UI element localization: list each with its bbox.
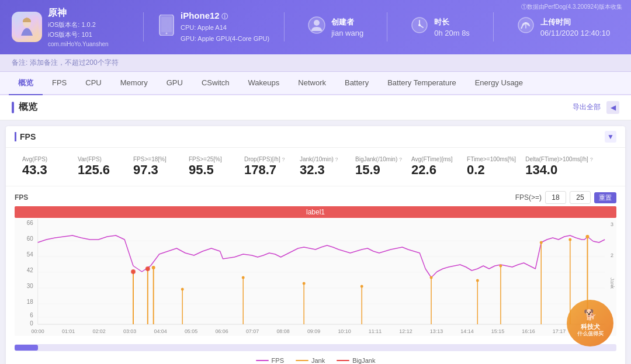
stat-fps-ge25: FPS>=25[%] 95.5	[184, 154, 240, 180]
scrollbar-thumb[interactable]	[15, 345, 38, 351]
svg-point-6	[314, 20, 320, 26]
stat-delta-ftime-value: 134.0	[525, 162, 557, 178]
tab-battery-temp[interactable]: Battery Temperature	[378, 72, 466, 94]
fps-title-bar	[15, 132, 16, 141]
svg-text:Jank: Jank	[609, 278, 615, 289]
duration-label: 时长	[434, 17, 470, 27]
svg-text:07:07: 07:07	[246, 328, 259, 334]
chart-label-bar: label1	[15, 206, 616, 218]
tab-energy[interactable]: Energy Usage	[466, 72, 532, 94]
upload-stat: 上传时间 06/11/2020 12:40:10	[508, 16, 619, 37]
fps-input-1[interactable]	[545, 191, 566, 204]
stat-fps-ge18: FPS>=18[%] 97.3	[129, 154, 184, 180]
tab-fps[interactable]: FPS	[43, 72, 76, 94]
svg-point-44	[303, 282, 306, 285]
header: ①数据由PerfDog(4.3.200924)版本收集	[0, 0, 631, 54]
stat-fps-ge25-value: 95.5	[189, 162, 214, 178]
svg-text:42: 42	[27, 267, 33, 273]
svg-text:2: 2	[611, 252, 613, 258]
device-gpu: GPU: Apple GPU(4-Core GPU)	[181, 34, 269, 44]
svg-text:09:09: 09:09	[307, 328, 320, 334]
svg-point-54	[540, 241, 543, 244]
app-text: 原神 iOS版本名: 1.0.2 iOS版本号: 101 com.miHoYo.…	[48, 7, 109, 47]
divider-2	[284, 12, 285, 41]
overview-collapse-button[interactable]: ◀	[606, 101, 619, 114]
creator-icon	[308, 16, 325, 37]
tabs-bar: 概览 FPS CPU Memory GPU CSwitch Wakeups Ne…	[0, 72, 631, 95]
creator-stat: 创建者 jian wang	[299, 16, 372, 37]
top-note: ①数据由PerfDog(4.3.200924)版本收集	[521, 3, 622, 11]
tab-cpu[interactable]: CPU	[76, 72, 110, 94]
device-name: iPhone12 ⓘ	[181, 11, 269, 21]
fps-stats-row: Avg(FPS) 43.3 Var(FPS) 125.6 FPS>=18[%] …	[6, 148, 625, 186]
svg-text:03:03: 03:03	[123, 328, 136, 334]
export-button[interactable]: 导出全部	[573, 102, 601, 112]
fps-ge-label: FPS(>=)	[515, 193, 542, 202]
phone-icon	[158, 15, 175, 40]
tab-gpu[interactable]: GPU	[157, 72, 192, 94]
svg-text:11:11: 11:11	[369, 328, 382, 334]
overview-title: 概览	[12, 101, 37, 113]
annotation-bar[interactable]: 备注: 添加备注，不超过200个字符	[0, 54, 631, 72]
stat-drop-fps-label: Drop(FPS)[/h] ?	[244, 156, 285, 162]
svg-text:13:13: 13:13	[430, 328, 443, 334]
svg-text:66: 66	[27, 220, 33, 226]
svg-point-48	[430, 276, 433, 279]
fps-collapse-button[interactable]: ▼	[605, 131, 616, 143]
upload-value: 06/11/2020 12:40:10	[540, 29, 610, 37]
upload-label: 上传时间	[540, 17, 610, 27]
overview-section-header: 概览 导出全部 ◀	[0, 95, 631, 120]
stat-avg-ftime: Avg(FTime)[ms] 22.6	[407, 154, 462, 180]
svg-rect-16	[15, 219, 616, 336]
svg-text:08:08: 08:08	[276, 328, 289, 334]
duration-icon	[411, 16, 428, 37]
tab-cswitch[interactable]: CSwitch	[192, 72, 239, 94]
stat-ftime-100-value: 0.2	[467, 162, 485, 178]
stat-bigjank-label: BigJank(/10min) ?	[355, 156, 402, 162]
upload-text: 上传时间 06/11/2020 12:40:10	[540, 17, 610, 37]
stat-bigjank-value: 15.9	[355, 162, 380, 178]
device-text: iPhone12 ⓘ CPU: Apple A14 GPU: Apple GPU…	[181, 11, 269, 44]
svg-text:18: 18	[587, 328, 592, 334]
stat-avg-fps-label: Avg(FPS)	[22, 156, 47, 162]
chart-scrollbar[interactable]	[15, 344, 616, 351]
tab-memory[interactable]: Memory	[111, 72, 157, 94]
chart-toolbar: FPS FPS(>=) 重置	[15, 191, 616, 204]
app-version-code: iOS版本号: 101	[48, 30, 109, 39]
svg-point-50	[476, 279, 479, 282]
tab-battery[interactable]: Battery	[335, 72, 378, 94]
tab-network[interactable]: Network	[289, 72, 335, 94]
creator-value: jian wang	[331, 29, 363, 37]
upload-icon	[517, 16, 535, 37]
svg-text:6: 6	[30, 312, 33, 318]
legend-bigjank-label: BigJank	[352, 357, 375, 364]
stat-ftime-100: FTime>=100ms[%] 0.2	[462, 154, 521, 180]
svg-text:01:01: 01:01	[62, 328, 75, 334]
reset-button[interactable]: 重置	[594, 192, 616, 203]
duration-text: 时长 0h 20m 8s	[434, 17, 470, 37]
fps-chart-label: FPS	[15, 193, 28, 202]
svg-point-10	[418, 24, 421, 26]
fps-input-2[interactable]	[570, 191, 591, 204]
svg-text:02:02: 02:02	[92, 328, 105, 334]
svg-point-4	[166, 32, 168, 34]
app-icon	[12, 12, 42, 42]
svg-text:00:00: 00:00	[31, 328, 44, 334]
stat-avg-ftime-value: 22.6	[411, 162, 436, 178]
svg-point-38	[152, 266, 155, 269]
legend-fps-label: FPS	[272, 357, 284, 364]
svg-text:16:16: 16:16	[522, 328, 535, 334]
tab-wakeups[interactable]: Wakeups	[239, 72, 289, 94]
stat-avg-fps: Avg(FPS) 43.3	[18, 154, 73, 180]
fps-card-header: FPS ▼	[6, 126, 625, 148]
divider-1	[143, 12, 144, 41]
chart-legend: FPS Jank BigJank	[15, 353, 616, 364]
duration-value: 0h 20m 8s	[434, 29, 470, 37]
tab-overview[interactable]: 概览	[9, 72, 43, 95]
svg-point-58	[586, 235, 590, 238]
app-name: 原神	[48, 7, 109, 19]
stat-var-fps-value: 125.6	[78, 162, 110, 178]
stat-avg-fps-value: 43.3	[22, 162, 47, 178]
svg-point-42	[242, 276, 245, 279]
svg-text:15:15: 15:15	[491, 328, 504, 334]
